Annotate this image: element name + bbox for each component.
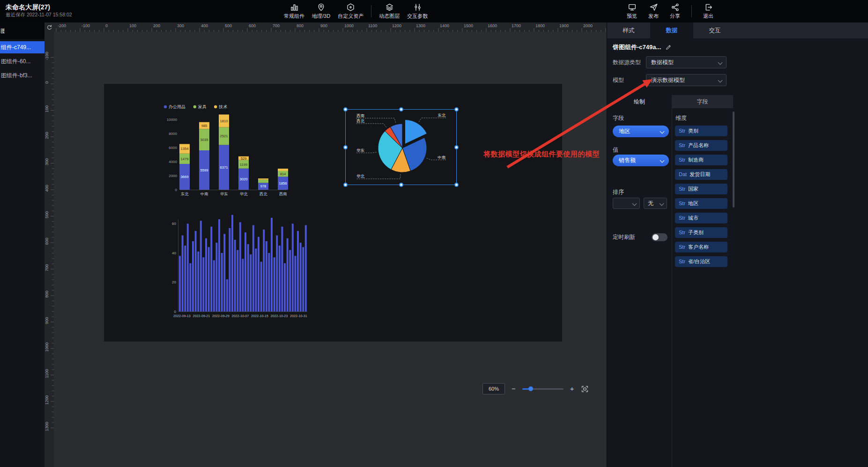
field-item[interactable]: Str制造商 bbox=[675, 155, 727, 165]
field-section-label: 字段 bbox=[613, 114, 624, 122]
monitor-icon bbox=[628, 3, 637, 12]
field-item[interactable]: Str地区 bbox=[675, 198, 727, 209]
field-name: 产品名称 bbox=[688, 142, 709, 148]
value-section-label: 值 bbox=[613, 146, 618, 154]
field-type-badge: Str bbox=[679, 157, 685, 163]
time-bar-chart[interactable]: 02040602022-09-132022-09-212022-09-29202… bbox=[169, 211, 309, 323]
panel-tab-style[interactable]: 样式 bbox=[607, 22, 650, 38]
svg-text:0: 0 bbox=[174, 310, 177, 314]
zoom-slider[interactable] bbox=[522, 388, 564, 390]
component-name: 饼图组件-c749a... bbox=[613, 43, 661, 52]
layers-panel-header: 图层 bbox=[0, 22, 45, 39]
svg-text:-100: -100 bbox=[45, 52, 49, 60]
model-select[interactable]: 演示数据模型 bbox=[646, 74, 727, 86]
layer-item[interactable]: 组件-c749... bbox=[0, 41, 45, 53]
field-item[interactable]: Str省/自治区 bbox=[675, 256, 727, 267]
auto-refresh-label: 定时刷新 bbox=[613, 233, 635, 241]
svg-text:2022-09-13: 2022-09-13 bbox=[173, 314, 191, 318]
svg-text:1000: 1000 bbox=[344, 23, 354, 28]
field-item[interactable]: Str客户名称 bbox=[675, 242, 727, 252]
horizontal-ruler: -200-10001002003004005006007008009001000… bbox=[54, 22, 607, 32]
canvas[interactable]: 办公用品家具技术02000400060008000100003669147913… bbox=[54, 32, 607, 467]
value-field-pill[interactable]: 销售额 bbox=[613, 155, 669, 166]
action-share-label: 分享 bbox=[670, 13, 680, 20]
zoom-slider-knob[interactable] bbox=[528, 386, 533, 391]
datasource-type-select[interactable]: 数据模型 bbox=[646, 56, 727, 68]
tab-draw[interactable]: 绘制 bbox=[607, 95, 672, 108]
vertical-ruler: -100010020030040050060070080090010001100… bbox=[45, 32, 54, 467]
field-item[interactable]: Str产品名称 bbox=[675, 140, 727, 151]
svg-text:2000: 2000 bbox=[169, 174, 177, 178]
rename-button[interactable] bbox=[665, 44, 672, 51]
toolbar-item-geo-3d[interactable]: 地理/3D bbox=[312, 3, 330, 20]
field-item[interactable]: Str子类别 bbox=[675, 227, 727, 238]
selection-handle-e[interactable] bbox=[454, 145, 459, 149]
zoom-in-button[interactable]: + bbox=[570, 384, 574, 394]
layer-item[interactable]: 图组件-60... bbox=[0, 55, 45, 67]
panel-tab-interaction[interactable]: 交互 bbox=[693, 22, 736, 38]
svg-text:500: 500 bbox=[45, 211, 49, 218]
action-preview-label: 预览 bbox=[627, 13, 637, 20]
svg-text:6371: 6371 bbox=[220, 165, 228, 170]
chevron-down-icon bbox=[660, 201, 664, 206]
column-divider bbox=[672, 108, 672, 467]
svg-text:1000: 1000 bbox=[45, 342, 49, 352]
svg-text:0: 0 bbox=[175, 188, 178, 192]
dimension-field-pill[interactable]: 地区 bbox=[613, 126, 669, 137]
fit-screen-button[interactable] bbox=[581, 385, 589, 393]
field-type-badge: Str bbox=[679, 186, 685, 192]
pie-chart[interactable]: 西南西北华东华北东北中南 bbox=[345, 109, 457, 185]
action-exit[interactable]: 退出 bbox=[703, 3, 713, 20]
ruler-reset-button[interactable] bbox=[45, 22, 54, 32]
selection-handle-s[interactable] bbox=[399, 183, 403, 187]
sort-order-select[interactable]: 无 bbox=[644, 198, 667, 209]
scrollbar-thumb[interactable] bbox=[733, 111, 734, 208]
toolbar-item-custom-assets[interactable]: 自定义资产 bbox=[338, 3, 364, 20]
svg-text:1800: 1800 bbox=[535, 23, 545, 28]
selection-handle-sw[interactable] bbox=[343, 183, 348, 187]
svg-text:2022-09-21: 2022-09-21 bbox=[193, 314, 210, 318]
paper-plane-icon bbox=[649, 3, 658, 12]
action-publish[interactable]: 发布 bbox=[648, 3, 659, 20]
toolbar-item-interaction-params[interactable]: 交互参数 bbox=[407, 3, 428, 20]
tab-fields[interactable]: 字段 bbox=[672, 95, 733, 108]
field-name: 地区 bbox=[688, 200, 698, 206]
svg-text:200: 200 bbox=[45, 132, 49, 139]
toolbar-item-normal-components-label: 常规组件 bbox=[284, 13, 304, 20]
chevron-down-icon bbox=[718, 78, 723, 83]
selection-handle-n[interactable] bbox=[399, 107, 403, 111]
toolbar-item-normal-components[interactable]: 常规组件 bbox=[284, 3, 304, 20]
screen-title-block: 未命名大屏(27) 最近保存 2022-11-07 15:58:02 bbox=[6, 3, 72, 18]
stacked-bar-chart[interactable]: 办公用品家具技术02000400060008000100003669147913… bbox=[159, 101, 290, 201]
selection-handle-nw[interactable] bbox=[343, 107, 348, 111]
map-pin-icon bbox=[317, 3, 326, 12]
panel-tab-data[interactable]: 数据 bbox=[650, 22, 693, 38]
selection-handle-ne[interactable] bbox=[454, 107, 459, 111]
field-item[interactable]: Str类别 bbox=[675, 126, 727, 136]
zoom-level-value[interactable]: 60% bbox=[482, 383, 505, 394]
pencil-icon bbox=[665, 44, 672, 51]
svg-text:-200: -200 bbox=[58, 23, 66, 28]
field-item[interactable]: Str城市 bbox=[675, 213, 727, 223]
svg-text:华东: 华东 bbox=[356, 148, 364, 153]
toolbar-item-dynamic-layers[interactable]: 动态图层 bbox=[379, 3, 400, 20]
field-type-badge: Str bbox=[679, 230, 685, 235]
field-item[interactable]: Str国家 bbox=[675, 184, 727, 194]
selection-handle-se[interactable] bbox=[454, 183, 459, 187]
toolbar-item-dynamic-layers-label: 动态图层 bbox=[379, 13, 400, 20]
action-share[interactable]: 分享 bbox=[670, 3, 680, 20]
zoom-out-button[interactable]: − bbox=[512, 384, 516, 394]
svg-text:华北: 华北 bbox=[356, 174, 364, 178]
svg-text:西北: 西北 bbox=[356, 119, 364, 123]
auto-refresh-toggle[interactable] bbox=[652, 233, 668, 241]
action-preview[interactable]: 预览 bbox=[627, 3, 637, 20]
dimension-section-label: 维度 bbox=[675, 114, 687, 122]
svg-text:900: 900 bbox=[320, 23, 327, 28]
layer-item[interactable]: 图组件-bf3... bbox=[0, 69, 45, 82]
sort-field-select[interactable] bbox=[613, 198, 640, 209]
hexagon-icon bbox=[346, 3, 355, 12]
selection-handle-w[interactable] bbox=[343, 145, 348, 149]
screen-design-panel[interactable]: 办公用品家具技术02000400060008000100003669147913… bbox=[104, 84, 562, 341]
field-item[interactable]: Dat发货日期 bbox=[675, 169, 727, 180]
field-type-badge: Str bbox=[679, 244, 685, 250]
